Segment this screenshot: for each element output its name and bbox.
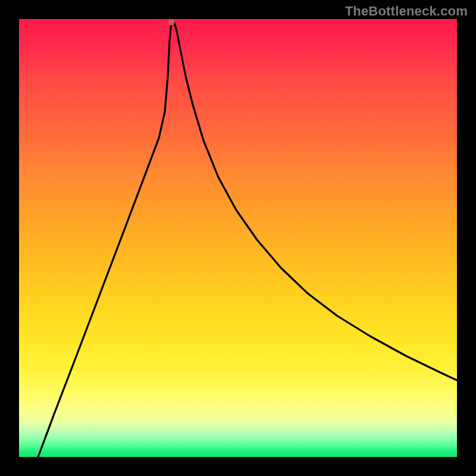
chart-frame: TheBottleneck.com [0,0,476,476]
curve-svg [19,19,457,457]
plot-area [19,19,457,457]
min-marker [168,19,175,26]
watermark: TheBottleneck.com [345,4,468,19]
curve-path [38,21,457,457]
